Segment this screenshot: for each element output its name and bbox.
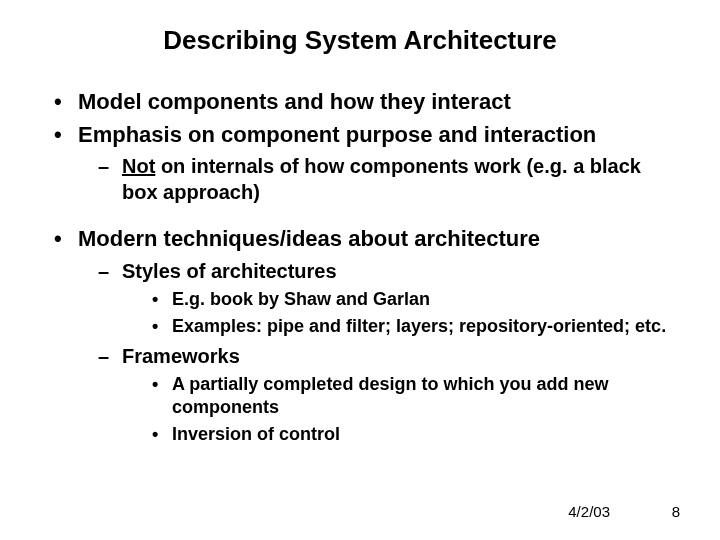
bullet-2-sublist: Not on internals of how components work … [78, 153, 670, 205]
bullet-3-2-2: Inversion of control [122, 423, 670, 446]
bullet-3-1-2-text: Examples: pipe and filter; layers; repos… [172, 316, 666, 336]
bullet-3-2: Frameworks A partially completed design … [78, 343, 670, 447]
bullet-3-1-2: Examples: pipe and filter; layers; repos… [122, 315, 670, 338]
bullet-3: Modern techniques/ideas about architectu… [50, 225, 670, 447]
bullet-3-1-1-text: E.g. book by Shaw and Garlan [172, 289, 430, 309]
slide: Describing System Architecture Model com… [0, 0, 720, 540]
bullet-2-1-rest: on internals of how components work (e.g… [122, 155, 641, 203]
bullet-1: Model components and how they interact [50, 88, 670, 117]
bullet-3-2-1-text: A partially completed design to which yo… [172, 374, 608, 417]
footer-date: 4/2/03 [568, 503, 610, 520]
bullet-3-text: Modern techniques/ideas about architectu… [78, 226, 540, 251]
bullet-3-1-1: E.g. book by Shaw and Garlan [122, 288, 670, 311]
bullet-list-2: Modern techniques/ideas about architectu… [50, 225, 670, 447]
slide-title: Describing System Architecture [50, 25, 670, 56]
bullet-2-1-not: Not [122, 155, 155, 177]
bullet-1-text: Model components and how they interact [78, 89, 511, 114]
bullet-3-sublist: Styles of architectures E.g. book by Sha… [78, 258, 670, 447]
bullet-3-2-text: Frameworks [122, 345, 240, 367]
bullet-3-2-sublist: A partially completed design to which yo… [122, 373, 670, 447]
footer-page: 8 [672, 503, 680, 520]
bullet-3-1: Styles of architectures E.g. book by Sha… [78, 258, 670, 339]
spacer [50, 213, 670, 225]
bullet-3-1-text: Styles of architectures [122, 260, 337, 282]
bullet-2-1: Not on internals of how components work … [78, 153, 670, 205]
bullet-list: Model components and how they interact E… [50, 88, 670, 205]
bullet-3-2-2-text: Inversion of control [172, 424, 340, 444]
bullet-3-1-sublist: E.g. book by Shaw and Garlan Examples: p… [122, 288, 670, 339]
bullet-2-text: Emphasis on component purpose and intera… [78, 122, 596, 147]
bullet-2: Emphasis on component purpose and intera… [50, 121, 670, 206]
bullet-3-2-1: A partially completed design to which yo… [122, 373, 670, 420]
